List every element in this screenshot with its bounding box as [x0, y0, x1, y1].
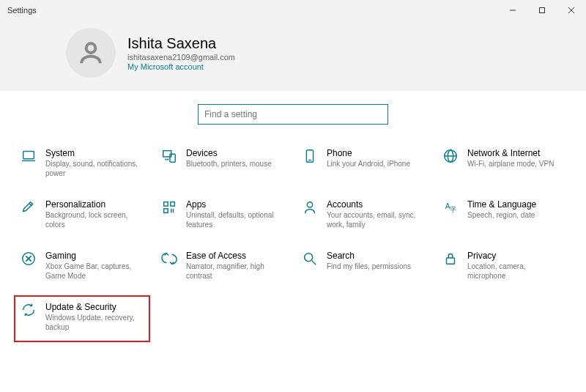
tile-ease[interactable]: Ease of AccessNarrator, magnifier, high … — [155, 245, 290, 290]
tile-desc: Location, camera, microphone — [467, 262, 563, 281]
svg-point-9 — [166, 159, 166, 160]
svg-rect-18 — [171, 202, 175, 207]
svg-point-22 — [307, 202, 312, 207]
laptop-icon — [19, 147, 38, 166]
tile-title: Time & Language — [467, 199, 536, 210]
tile-privacy[interactable]: PrivacyLocation, camera, microphone — [437, 245, 571, 290]
tile-desc: Windows Update, recovery, backup — [45, 314, 141, 332]
tile-gaming[interactable]: GamingXbox Game Bar, captures, Game Mode — [15, 245, 149, 290]
svg-rect-5 — [23, 152, 34, 159]
tile-phone[interactable]: PhoneLink your Android, iPhone — [296, 142, 431, 188]
tile-desc: Xbox Game Bar, captures, Game Mode — [45, 262, 141, 281]
svg-point-10 — [168, 159, 168, 160]
tile-desc: Wi-Fi, airplane mode, VPN — [467, 160, 554, 169]
tile-search[interactable]: SearchFind my files, permissions — [296, 245, 431, 290]
tile-time[interactable]: A字 Time & LanguageSpeech, region, date — [437, 193, 571, 239]
tile-title: Personalization — [45, 199, 141, 210]
tile-desc: Narrator, magnifier, high contrast — [186, 262, 281, 281]
tile-title: System — [45, 148, 141, 158]
gaming-icon — [19, 249, 38, 268]
tile-title: Ease of Access — [186, 251, 281, 261]
user-icon — [77, 39, 105, 67]
tile-desc: Link your Android, iPhone — [327, 160, 410, 169]
tile-desc: Speech, region, date — [467, 211, 536, 221]
apps-icon — [160, 198, 179, 217]
tile-personalization[interactable]: PersonalizationBackground, lock screen, … — [15, 193, 149, 239]
svg-rect-1 — [540, 8, 545, 13]
svg-rect-19 — [164, 209, 168, 213]
paintbrush-icon — [19, 198, 38, 217]
tile-desc: Bluetooth, printers, mouse — [186, 160, 272, 169]
tile-title: Apps — [186, 199, 281, 210]
tile-title: Accounts — [327, 199, 422, 210]
minimize-button[interactable] — [498, 0, 527, 21]
tile-title: Search — [327, 251, 411, 261]
tile-system[interactable]: SystemDisplay, sound, notifications, pow… — [15, 142, 149, 188]
close-button[interactable] — [557, 0, 586, 21]
svg-rect-28 — [447, 258, 455, 264]
search-container — [0, 91, 586, 132]
svg-point-26 — [305, 254, 313, 262]
user-info: Ishita Saxena ishitasaxena2109@gmail.com… — [127, 35, 235, 71]
tile-title: Gaming — [45, 251, 141, 261]
user-name: Ishita Saxena — [127, 35, 235, 52]
tile-apps[interactable]: AppsUninstall, defaults, optional featur… — [155, 193, 290, 239]
globe-icon — [441, 147, 460, 166]
search-input[interactable] — [198, 104, 388, 125]
maximize-button[interactable] — [527, 0, 557, 21]
tile-title: Devices — [186, 148, 272, 158]
person-icon — [300, 198, 319, 217]
tile-desc: Find my files, permissions — [327, 262, 411, 272]
svg-line-27 — [312, 261, 316, 265]
svg-text:字: 字 — [450, 206, 456, 213]
svg-point-4 — [86, 43, 96, 53]
tile-desc: Uninstall, defaults, optional features — [186, 211, 281, 229]
tile-devices[interactable]: DevicesBluetooth, printers, mouse — [155, 142, 290, 188]
titlebar: Settings — [0, 0, 586, 21]
tile-desc: Your accounts, email, sync, work, family — [327, 211, 422, 229]
devices-icon — [160, 147, 179, 166]
accessibility-icon — [160, 249, 179, 268]
tile-update-security[interactable]: Update & SecurityWindows Update, recover… — [15, 296, 149, 341]
svg-rect-17 — [164, 202, 168, 207]
tile-desc: Background, lock screen, colors — [45, 211, 141, 229]
window-controls — [498, 0, 586, 21]
tile-network[interactable]: Network & InternetWi-Fi, airplane mode, … — [437, 142, 571, 188]
user-header: Ishita Saxena ishitasaxena2109@gmail.com… — [0, 21, 586, 91]
tile-title: Privacy — [467, 251, 563, 261]
tile-title: Network & Internet — [467, 148, 554, 158]
language-icon: A字 — [441, 198, 460, 217]
lock-icon — [441, 249, 460, 268]
tile-title: Phone — [327, 148, 410, 158]
user-email: ishitasaxena2109@gmail.com — [127, 53, 235, 62]
search-icon — [300, 249, 319, 268]
window-title: Settings — [7, 6, 37, 15]
sync-icon — [19, 300, 38, 319]
phone-icon — [300, 147, 319, 166]
avatar[interactable] — [66, 28, 116, 78]
microsoft-account-link[interactable]: My Microsoft account — [127, 62, 235, 71]
tile-accounts[interactable]: AccountsYour accounts, email, sync, work… — [296, 193, 431, 239]
tile-desc: Display, sound, notifications, power — [45, 160, 141, 178]
settings-grid: SystemDisplay, sound, notifications, pow… — [0, 132, 586, 349]
tile-title: Update & Security — [45, 302, 141, 312]
